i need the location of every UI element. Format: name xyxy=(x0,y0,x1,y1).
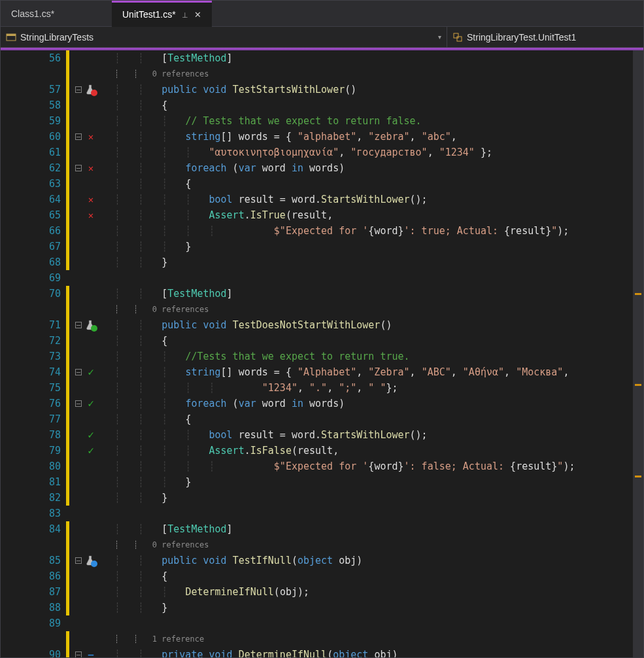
marker-row[interactable] xyxy=(66,239,112,254)
marker-row[interactable] xyxy=(66,474,112,490)
tab-class1[interactable]: Class1.cs* xyxy=(1,1,112,26)
marker-row[interactable] xyxy=(66,66,112,82)
marker-row[interactable] xyxy=(66,490,112,506)
code-line[interactable]: ┊ ┊ [TestMethod] xyxy=(112,521,643,537)
code-line[interactable]: ┊ ┊ } xyxy=(112,254,643,270)
code-line[interactable] xyxy=(112,615,643,631)
marker-row[interactable] xyxy=(66,160,112,176)
code-line[interactable]: ┊ ┊ ┊ // Tests that we expect to return … xyxy=(112,113,643,129)
marker-row[interactable] xyxy=(66,364,112,380)
marker-row[interactable] xyxy=(66,192,112,207)
fold-toggle-icon[interactable] xyxy=(75,557,82,564)
code-line[interactable]: ┊ ┊ ┊ ┊ Assert.IsFalse(result, xyxy=(112,443,643,459)
code-line[interactable]: ┊ ┊ ┊ } xyxy=(112,474,643,490)
marker-row[interactable] xyxy=(66,286,112,302)
fold-toggle-icon[interactable] xyxy=(75,165,82,171)
marker-row[interactable] xyxy=(66,647,112,658)
marker-row[interactable] xyxy=(66,443,112,459)
code-line[interactable]: ┊ ┊ ┊ ┊ ┊ $"Expected for '{word}': false… xyxy=(112,459,643,474)
fold-toggle-icon[interactable] xyxy=(75,86,82,93)
marker-margin[interactable] xyxy=(66,50,112,657)
code-line[interactable]: ┊ ┊ ┊ ┊ bool result = word.StartsWithLow… xyxy=(112,192,643,207)
code-lens[interactable]: ┊ ┊ 1 reference xyxy=(112,631,643,647)
test-status-icon[interactable] xyxy=(86,84,95,95)
code-line[interactable]: ┊ ┊ public void TestDoesNotStartWithLowe… xyxy=(112,317,643,333)
marker-row[interactable] xyxy=(66,521,112,537)
code-line[interactable]: ┊ ┊ } xyxy=(112,490,643,506)
code-line[interactable]: ┊ ┊ ┊ string[] words = { "alphabet", "ze… xyxy=(112,129,643,145)
marker-row[interactable] xyxy=(66,459,112,474)
scrollbar-track[interactable] xyxy=(633,50,643,657)
code-line[interactable] xyxy=(112,506,643,521)
code-lens[interactable]: ┊ ┊ 0 references xyxy=(112,302,643,317)
marker-row[interactable] xyxy=(66,568,112,584)
code-line[interactable]: ┊ ┊ [TestMethod] xyxy=(112,50,643,66)
marker-row[interactable] xyxy=(66,176,112,192)
marker-row[interactable] xyxy=(66,631,112,647)
marker-row[interactable] xyxy=(66,600,112,615)
marker-row[interactable] xyxy=(66,223,112,239)
coverage-status-icon[interactable] xyxy=(86,649,96,658)
coverage-status-icon[interactable] xyxy=(86,194,96,205)
fold-toggle-icon[interactable] xyxy=(75,369,82,375)
marker-row[interactable] xyxy=(66,82,112,97)
code-line[interactable]: ┊ ┊ { xyxy=(112,333,643,349)
fold-toggle-icon[interactable] xyxy=(75,133,82,140)
marker-row[interactable] xyxy=(66,270,112,286)
code-line[interactable]: ┊ ┊ ┊ //Tests that we expect to return t… xyxy=(112,349,643,364)
code-line[interactable]: ┊ ┊ { xyxy=(112,97,643,113)
code-line[interactable]: ┊ ┊ ┊ foreach (var word in words) xyxy=(112,160,643,176)
code-line[interactable]: ┊ ┊ ┊ ┊ "αυτοκινητοβιομηχανία", "государ… xyxy=(112,145,643,160)
fold-toggle-icon[interactable] xyxy=(75,322,82,328)
code-line[interactable]: ┊ ┊ ┊ ┊ ┊ "1234", ".", ";", " "}; xyxy=(112,380,643,396)
coverage-status-icon[interactable] xyxy=(86,367,96,377)
marker-row[interactable] xyxy=(66,207,112,223)
marker-row[interactable] xyxy=(66,615,112,631)
code-line[interactable]: ┊ ┊ [TestMethod] xyxy=(112,286,643,302)
nav-scope-dropdown[interactable]: StringLibraryTests ▾ xyxy=(1,27,447,47)
marker-row[interactable] xyxy=(66,411,112,427)
code-line[interactable]: ┊ ┊ } xyxy=(112,600,643,615)
coverage-status-icon[interactable] xyxy=(86,430,96,440)
code-line[interactable]: ┊ ┊ ┊ { xyxy=(112,411,643,427)
code-line[interactable]: ┊ ┊ ┊ string[] words = { "Alphabet", "Ze… xyxy=(112,364,643,380)
fold-toggle-icon[interactable] xyxy=(75,651,82,658)
close-icon[interactable]: ✕ xyxy=(194,10,201,20)
tab-unittest1[interactable]: UnitTest1.cs* ⟂ ✕ xyxy=(112,1,212,26)
coverage-status-icon[interactable] xyxy=(86,131,96,142)
marker-row[interactable] xyxy=(66,537,112,553)
marker-row[interactable] xyxy=(66,584,112,600)
code-line[interactable]: ┊ ┊ ┊ DetermineIfNull(obj); xyxy=(112,584,643,600)
nav-member-dropdown[interactable]: StringLibraryTest.UnitTest1 xyxy=(447,27,643,47)
marker-row[interactable] xyxy=(66,396,112,411)
marker-row[interactable] xyxy=(66,553,112,568)
code-line[interactable]: ┊ ┊ ┊ ┊ Assert.IsTrue(result, xyxy=(112,207,643,223)
code-line[interactable] xyxy=(112,270,643,286)
marker-row[interactable] xyxy=(66,302,112,317)
code-lens-text[interactable]: ┊ ┊ 0 references xyxy=(114,302,209,317)
pin-icon[interactable]: ⟂ xyxy=(182,10,188,20)
marker-row[interactable] xyxy=(66,506,112,521)
code-lens-text[interactable]: ┊ ┊ 0 references xyxy=(114,66,209,82)
code-editor[interactable]: 5657585960616263646566676869707172737475… xyxy=(1,48,643,657)
marker-row[interactable] xyxy=(66,380,112,396)
code-line[interactable]: ┊ ┊ ┊ } xyxy=(112,239,643,254)
coverage-status-icon[interactable] xyxy=(86,163,96,173)
code-lens[interactable]: ┊ ┊ 0 references xyxy=(112,537,643,553)
marker-row[interactable] xyxy=(66,50,112,66)
code-area[interactable]: ┊ ┊ [TestMethod]┊ ┊ 0 references┊ ┊ publ… xyxy=(112,50,643,657)
code-lens[interactable]: ┊ ┊ 0 references xyxy=(112,66,643,82)
code-line[interactable]: ┊ ┊ ┊ ┊ bool result = word.StartsWithLow… xyxy=(112,427,643,443)
code-lens-text[interactable]: ┊ ┊ 0 references xyxy=(114,537,209,553)
marker-row[interactable] xyxy=(66,427,112,443)
marker-row[interactable] xyxy=(66,97,112,113)
code-line[interactable]: ┊ ┊ public void TestStartsWithLower() xyxy=(112,82,643,97)
code-line[interactable]: ┊ ┊ { xyxy=(112,568,643,584)
coverage-status-icon[interactable] xyxy=(86,210,96,220)
marker-row[interactable] xyxy=(66,113,112,129)
code-line[interactable]: ┊ ┊ ┊ ┊ ┊ $"Expected for '{word}': true;… xyxy=(112,223,643,239)
code-line[interactable]: ┊ ┊ ┊ foreach (var word in words) xyxy=(112,396,643,411)
code-line[interactable]: ┊ ┊ private void DetermineIfNull(object … xyxy=(112,647,643,657)
marker-row[interactable] xyxy=(66,254,112,270)
marker-row[interactable] xyxy=(66,145,112,160)
